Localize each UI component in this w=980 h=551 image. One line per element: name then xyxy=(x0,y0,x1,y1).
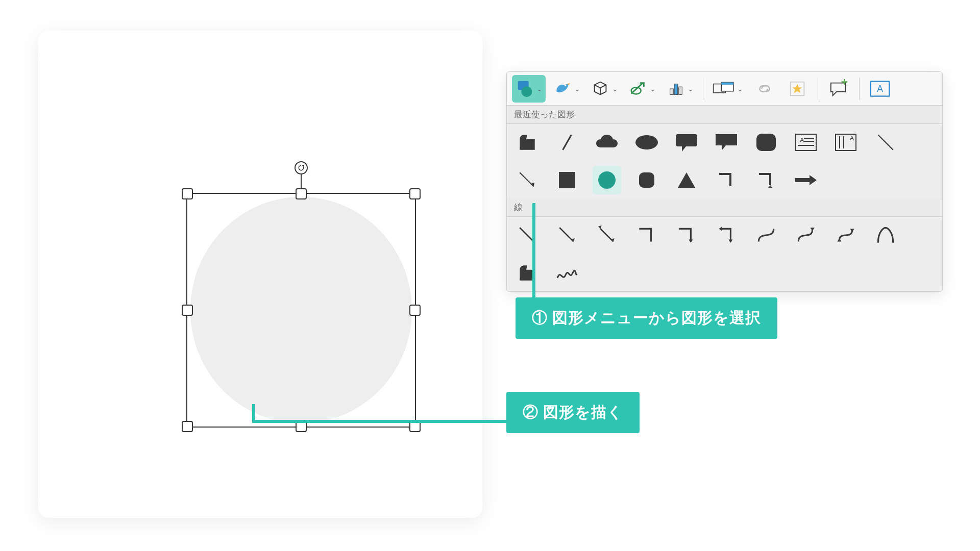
shape-circle[interactable] xyxy=(190,197,412,423)
svg-text:A: A xyxy=(850,135,854,142)
svg-rect-27 xyxy=(559,172,575,188)
svg-line-33 xyxy=(600,229,613,241)
resize-handle-bottom-mid[interactable] xyxy=(296,421,307,432)
smartart-menu-button[interactable] xyxy=(625,75,659,103)
shape-text-box-v[interactable]: A xyxy=(831,128,860,157)
shape-cloud[interactable] xyxy=(593,128,621,157)
shape-rect-callout[interactable] xyxy=(712,128,741,157)
bird-icon xyxy=(553,79,572,98)
line-arrow-one[interactable] xyxy=(553,221,581,249)
new-comment-button[interactable] xyxy=(824,75,853,103)
3d-models-menu-button[interactable] xyxy=(587,75,621,103)
shape-tab[interactable] xyxy=(513,128,542,157)
text-box-button[interactable]: A xyxy=(866,75,894,103)
shapes-icon xyxy=(515,79,534,98)
shape-line-arrow[interactable] xyxy=(513,166,542,194)
chart-menu-button[interactable] xyxy=(663,75,697,103)
resize-handle-mid-left[interactable] xyxy=(182,305,193,316)
shape-oval-filled[interactable] xyxy=(632,128,661,157)
svg-line-25 xyxy=(878,135,893,149)
svg-rect-9 xyxy=(721,82,733,85)
resize-handle-bottom-left[interactable] xyxy=(182,421,193,432)
shape-rounded-rect[interactable] xyxy=(752,128,780,157)
svg-rect-16 xyxy=(796,134,816,151)
shape-arrow-right[interactable] xyxy=(792,166,820,194)
comment-icon xyxy=(828,79,849,98)
resize-handle-top-mid[interactable] xyxy=(296,188,307,199)
shapes-menu-button[interactable] xyxy=(512,75,546,103)
svg-rect-6 xyxy=(679,87,682,94)
resize-handle-mid-right[interactable] xyxy=(409,305,421,316)
line-elbow[interactable] xyxy=(632,221,661,249)
recent-shapes-grid: A A xyxy=(507,124,942,198)
shape-text-box-h[interactable]: A xyxy=(792,128,820,157)
action-button[interactable] xyxy=(783,75,812,103)
shape-rounded-callout[interactable] xyxy=(672,128,701,157)
line-curve-arrow[interactable] xyxy=(792,221,820,249)
svg-point-14 xyxy=(635,135,658,149)
link-icon xyxy=(755,79,774,98)
svg-rect-30 xyxy=(795,178,811,182)
svg-text:A: A xyxy=(800,136,804,144)
resize-handle-top-left[interactable] xyxy=(182,188,193,199)
link-button[interactable] xyxy=(750,75,779,103)
ribbon-toolbar: A xyxy=(507,72,942,106)
line-plain[interactable] xyxy=(513,221,542,249)
resize-handle-top-right[interactable] xyxy=(409,188,421,199)
star-icon xyxy=(788,79,807,98)
line-arrow-double[interactable] xyxy=(593,221,621,249)
resize-handle-bottom-right[interactable] xyxy=(409,421,421,432)
line-elbow-double-arrow[interactable] xyxy=(712,221,741,249)
lines-grid xyxy=(507,217,942,291)
line-scribble[interactable] xyxy=(553,259,581,287)
shape-triangle[interactable] xyxy=(672,166,701,194)
svg-line-31 xyxy=(520,228,534,242)
screenshot-icon xyxy=(713,81,735,96)
screenshot-menu-button[interactable] xyxy=(709,75,746,103)
line-curve-double-arrow[interactable] xyxy=(831,221,860,249)
line-freeform[interactable] xyxy=(513,259,542,287)
svg-line-13 xyxy=(563,135,572,149)
slide-canvas[interactable] xyxy=(38,31,482,518)
svg-line-26 xyxy=(520,172,533,186)
smartart-icon xyxy=(628,79,648,98)
toolbar-separator xyxy=(818,78,818,100)
cube-icon xyxy=(591,79,610,98)
shape-elbow-down[interactable] xyxy=(712,166,741,194)
shape-line-thin[interactable] xyxy=(871,128,900,157)
callout-step2: ② 図形を描く xyxy=(506,392,640,433)
line-arc[interactable] xyxy=(871,221,900,249)
svg-point-28 xyxy=(598,171,616,189)
rotate-icon xyxy=(298,164,305,171)
textbox-icon: A xyxy=(870,80,890,97)
svg-point-2 xyxy=(565,84,566,86)
section-title-lines: 線 xyxy=(507,198,942,217)
icons-menu-button[interactable] xyxy=(550,75,583,103)
shapes-gallery-panel: A 最近使った図形 A A xyxy=(506,71,943,292)
svg-rect-15 xyxy=(756,134,776,151)
toolbar-separator xyxy=(859,78,860,100)
shape-rounded-square[interactable] xyxy=(632,166,661,194)
svg-rect-29 xyxy=(639,172,654,188)
rotate-handle[interactable] xyxy=(295,161,308,174)
svg-rect-4 xyxy=(670,89,674,94)
shape-square-filled[interactable] xyxy=(553,166,581,194)
toolbar-separator xyxy=(703,78,703,100)
section-title-recent: 最近使った図形 xyxy=(507,106,942,124)
chart-icon xyxy=(666,79,685,98)
selection-bounding-box[interactable] xyxy=(186,193,416,428)
svg-rect-5 xyxy=(674,84,678,94)
shape-line[interactable] xyxy=(553,128,581,157)
svg-point-1 xyxy=(521,86,532,97)
shape-circle-menu-item[interactable] xyxy=(593,166,621,194)
callout-step1: ① 図形メニューから図形を選択 xyxy=(516,297,777,339)
line-elbow-arrow[interactable] xyxy=(672,221,701,249)
svg-text:A: A xyxy=(877,84,884,94)
shape-elbow-right[interactable] xyxy=(752,166,780,194)
line-curve[interactable] xyxy=(752,221,780,249)
